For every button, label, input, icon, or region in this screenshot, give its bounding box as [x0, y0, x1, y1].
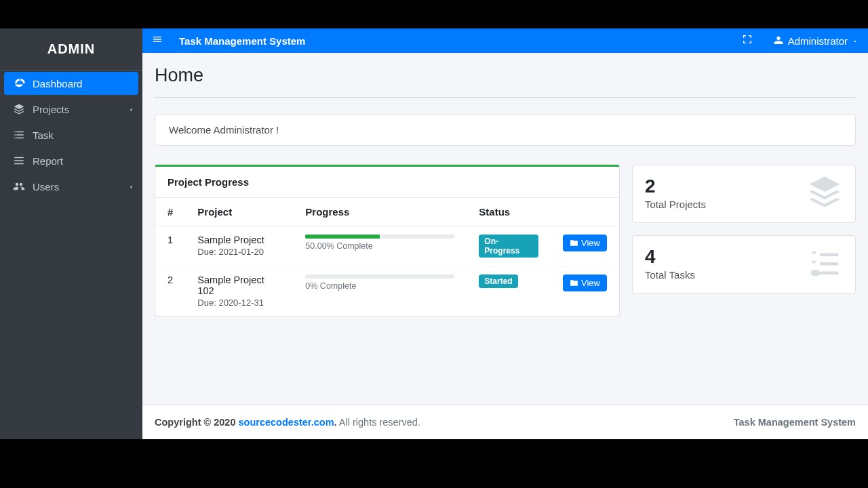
footer-rights: All rights reserved. — [337, 417, 420, 428]
brand-title: ADMIN — [0, 28, 142, 70]
table-row: 1Sample ProjectDue: 2021-01-2050.00% Com… — [155, 226, 619, 266]
topbar: Task Management System Administrator — [142, 28, 868, 53]
cell-idx: 2 — [155, 266, 185, 317]
stat-value: 2 — [645, 176, 706, 197]
page-title: Home — [155, 65, 856, 86]
due-label: Due: 2020-12-31 — [197, 298, 281, 308]
sidebar-item-label: Users — [33, 181, 59, 192]
cell-project: Sample ProjectDue: 2021-01-20 — [185, 226, 293, 266]
chevron-left-icon — [127, 104, 134, 115]
footer: Copyright © 2020 sourcecodester.com. All… — [142, 404, 868, 439]
cell-action: View — [551, 226, 619, 266]
divider — [155, 97, 856, 98]
layers-icon — [11, 103, 27, 115]
col-project: Project — [185, 198, 293, 226]
footer-link[interactable]: sourcecodester.com — [239, 417, 334, 428]
chevron-down-icon — [852, 35, 859, 47]
user-menu[interactable]: Administrator — [773, 35, 859, 47]
user-icon — [773, 35, 784, 47]
stat-icon — [806, 174, 843, 213]
tasks-icon — [11, 129, 27, 141]
sidebar-item-users[interactable]: Users — [0, 174, 142, 199]
folder-icon — [570, 239, 578, 247]
sidebar-item-label: Report — [33, 155, 63, 167]
cell-idx: 1 — [155, 226, 185, 266]
stat-label: Total Tasks — [645, 269, 695, 281]
status-badge: On-Progress — [479, 235, 538, 258]
view-button[interactable]: View — [563, 235, 607, 251]
card-title: Project Progress — [155, 167, 619, 198]
cell-status: On-Progress — [467, 226, 551, 266]
sidebar-item-dashboard[interactable]: Dashboard — [4, 72, 138, 95]
cell-action: View — [551, 266, 619, 317]
menu-toggle-icon[interactable] — [152, 34, 163, 47]
svg-point-0 — [811, 270, 817, 276]
project-progress-card: Project Progress # Project Progress Stat… — [155, 165, 620, 317]
user-name: Administrator — [788, 35, 848, 47]
welcome-card: Welcome Administrator ! — [155, 114, 856, 146]
sidebar-item-task[interactable]: Task — [0, 122, 142, 148]
cell-progress: 0% Complete — [293, 266, 467, 317]
sidebar-item-label: Dashboard — [33, 78, 82, 89]
app-title: Task Management System — [179, 35, 305, 47]
due-label: Due: 2021-01-20 — [197, 247, 281, 257]
users-icon — [11, 180, 27, 192]
col-status: Status — [467, 198, 551, 226]
footer-copyright: Copyright © 2020 — [155, 417, 239, 428]
project-progress-table: # Project Progress Status 1Sample Projec… — [155, 198, 619, 316]
status-badge: Started — [479, 274, 517, 288]
stat-label: Total Projects — [645, 199, 706, 210]
stat-card[interactable]: 2Total Projects — [632, 165, 856, 223]
sidebar-item-projects[interactable]: Projects — [0, 96, 142, 122]
report-icon — [11, 155, 27, 167]
cell-project: Sample Project 102Due: 2020-12-31 — [185, 266, 293, 317]
sidebar-nav: Dashboard Projects Task — [0, 70, 142, 199]
table-row: 2Sample Project 102Due: 2020-12-310% Com… — [155, 266, 619, 317]
col-progress: Progress — [293, 198, 467, 226]
dashboard-icon — [11, 77, 27, 89]
stat-value: 4 — [645, 247, 695, 268]
expand-icon[interactable] — [742, 34, 753, 47]
sidebar-item-label: Projects — [33, 104, 69, 115]
sidebar-item-label: Task — [33, 129, 54, 141]
view-button[interactable]: View — [563, 274, 607, 291]
folder-icon — [570, 279, 578, 287]
footer-right: Task Management System — [734, 417, 856, 428]
stat-card[interactable]: 4Total Tasks — [632, 235, 856, 293]
cell-progress: 50.00% Complete — [293, 226, 467, 266]
stat-icon — [806, 244, 843, 283]
sidebar-item-report[interactable]: Report — [0, 148, 142, 174]
chevron-left-icon — [127, 181, 134, 192]
cell-status: Started — [467, 266, 551, 317]
col-idx: # — [155, 198, 185, 226]
